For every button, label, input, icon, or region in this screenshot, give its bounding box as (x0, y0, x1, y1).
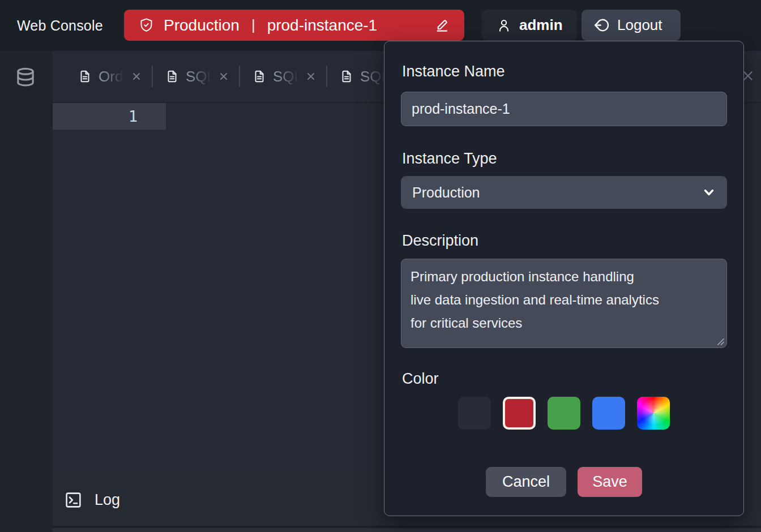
modal-button-row: Cancel Save (384, 467, 743, 497)
edit-instance-icon[interactable] (434, 18, 450, 33)
file-text-icon (253, 68, 266, 84)
logout-button[interactable]: Logout (582, 10, 681, 41)
instance-settings-modal: Instance Name Instance Type Production D… (384, 41, 744, 516)
tab-ord[interactable]: Ord (66, 51, 153, 102)
cancel-button[interactable]: Cancel (486, 467, 566, 497)
user-icon (497, 18, 511, 33)
color-swatch-green[interactable] (548, 397, 580, 430)
color-swatch-rainbow[interactable] (637, 397, 670, 430)
tab-label: SQL (186, 68, 214, 85)
user-name: admin (519, 16, 563, 34)
user-chip[interactable]: admin (482, 10, 577, 41)
instance-env-label: Production (164, 16, 240, 35)
shield-check-icon (139, 16, 154, 34)
editor-active-line: 1 (53, 103, 166, 130)
chevron-down-icon (702, 186, 716, 199)
tab-label: Ord (99, 68, 127, 85)
instance-name-input[interactable] (401, 92, 727, 126)
line-number: 1 (129, 108, 138, 125)
color-field-label: Color (402, 370, 439, 388)
save-button[interactable]: Save (578, 467, 642, 497)
tab-close-icon[interactable] (218, 71, 229, 82)
app-title: Web Console (17, 0, 103, 51)
description-textarea[interactable]: Primary production instance handling liv… (401, 259, 727, 348)
tab-close-icon[interactable] (131, 71, 142, 82)
instance-name-label: prod-instance-1 (267, 16, 378, 35)
description-field-wrap: Primary production instance handling liv… (401, 259, 727, 348)
logout-icon (593, 17, 610, 33)
instance-type-value: Production (412, 185, 480, 201)
tab-close-icon[interactable] (305, 71, 317, 82)
file-text-icon (165, 68, 179, 84)
database-icon[interactable] (15, 66, 36, 91)
tab-sql-1[interactable]: SQL (153, 51, 241, 102)
log-label: Log (95, 491, 120, 509)
color-swatch-blue[interactable] (592, 397, 625, 430)
instance-type-field-label: Instance Type (402, 150, 497, 168)
color-swatch-row (384, 397, 743, 430)
instance-badge[interactable]: Production | prod-instance-1 (124, 10, 464, 41)
left-sidebar (0, 51, 53, 532)
file-text-icon (78, 68, 92, 84)
terminal-icon (65, 491, 82, 509)
logout-label: Logout (617, 16, 662, 34)
color-swatch-red[interactable] (503, 397, 536, 430)
file-text-icon (340, 68, 353, 84)
color-swatch-default[interactable] (458, 397, 491, 430)
rainbow-sheen (637, 397, 670, 430)
badge-separator: | (249, 16, 258, 34)
bottom-panel-edge (53, 528, 761, 532)
instance-type-select[interactable]: Production (401, 176, 727, 209)
instance-name-field-label: Instance Name (402, 63, 505, 80)
tab-sql-2[interactable]: SQL (241, 51, 328, 102)
description-field-label: Description (402, 232, 478, 250)
tab-label: SQL (273, 68, 301, 85)
